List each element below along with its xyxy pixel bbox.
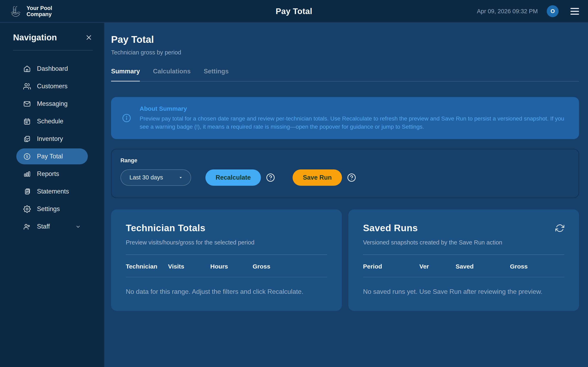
technician-totals-empty-state: No data for this range. Adjust the filte… bbox=[126, 288, 327, 295]
column-header: Period bbox=[363, 263, 419, 270]
sidebar-item-statements[interactable]: Statements bbox=[16, 184, 88, 200]
app-root: Your Pool Company Pay Total Apr 09, 2026… bbox=[0, 0, 588, 367]
page-title: Pay Total bbox=[111, 34, 579, 45]
avatar[interactable]: O bbox=[547, 5, 559, 17]
close-icon[interactable] bbox=[85, 34, 93, 42]
divider bbox=[363, 277, 564, 277]
sidebar-item-inventory[interactable]: Inventory bbox=[16, 131, 88, 147]
tab-summary[interactable]: Summary bbox=[111, 68, 140, 82]
body-layout: Navigation Dashboard bbox=[0, 23, 588, 367]
technician-totals-header-row: Technician Visits Hours Gross bbox=[126, 263, 327, 270]
sidebar-item-label: Statements bbox=[37, 188, 69, 195]
divider bbox=[126, 277, 327, 277]
home-icon bbox=[23, 65, 31, 73]
main-content: Pay Total Technician gross by period Sum… bbox=[104, 23, 588, 367]
column-header: Gross bbox=[510, 263, 564, 270]
refresh-icon[interactable] bbox=[555, 224, 564, 233]
sidebar-item-messaging[interactable]: Messaging bbox=[16, 96, 88, 112]
about-summary-banner: About Summary Preview pay total for a ch… bbox=[111, 97, 579, 139]
column-header: Saved bbox=[456, 263, 510, 270]
clipboard-list-icon bbox=[23, 188, 31, 195]
saved-runs-title: Saved Runs bbox=[363, 222, 418, 234]
range-label: Range bbox=[121, 157, 570, 164]
sidebar-item-schedule[interactable]: Schedule bbox=[16, 113, 88, 129]
tab-calculations[interactable]: Calculations bbox=[153, 68, 190, 82]
header-title: Pay Total bbox=[276, 7, 312, 16]
page-subtitle: Technician gross by period bbox=[111, 49, 579, 56]
sidebar-item-label: Pay Total bbox=[37, 153, 63, 160]
sidebar-item-staff[interactable]: Staff bbox=[16, 218, 88, 234]
tab-bar: Summary Calculations Settings bbox=[111, 68, 579, 82]
sidebar-item-pay-total[interactable]: Pay Total bbox=[16, 149, 88, 164]
chevron-down-icon bbox=[75, 224, 81, 229]
column-header: Gross bbox=[252, 263, 327, 270]
range-select[interactable]: Last 30 days bbox=[121, 169, 191, 186]
range-controls-panel: Range Last 30 days Recalculate bbox=[111, 149, 579, 198]
recalculate-help-icon[interactable] bbox=[266, 173, 276, 183]
save-run-help-icon[interactable] bbox=[347, 173, 356, 183]
save-run-button[interactable]: Save Run bbox=[293, 169, 342, 186]
brand-line2: Company bbox=[26, 11, 52, 17]
column-header: Hours bbox=[210, 263, 252, 270]
sidebar-item-label: Customers bbox=[37, 83, 68, 90]
saved-runs-header-row: Period Ver Saved Gross bbox=[363, 263, 564, 270]
sidebar-item-reports[interactable]: Reports bbox=[16, 166, 88, 182]
header-right: Apr 09, 2026 09:32 PM O bbox=[477, 5, 579, 17]
sidebar-nav: Dashboard Customers bbox=[16, 61, 88, 234]
sidebar-item-label: Messaging bbox=[37, 100, 68, 108]
brand-name: Your Pool Company bbox=[26, 5, 52, 17]
cards-row: Technician Totals Preview visits/hours/g… bbox=[111, 209, 579, 311]
bar-chart-icon bbox=[23, 170, 31, 178]
sidebar-item-label: Settings bbox=[37, 205, 60, 213]
divider bbox=[126, 254, 327, 255]
sidebar-item-dashboard[interactable]: Dashboard bbox=[16, 61, 88, 77]
technician-totals-title: Technician Totals bbox=[126, 222, 205, 234]
saved-runs-subtitle: Versioned snapshots created by the Save … bbox=[363, 239, 564, 246]
divider bbox=[363, 254, 564, 255]
staff-icon bbox=[23, 223, 31, 230]
sidebar-item-label: Schedule bbox=[37, 118, 63, 125]
recalculate-button[interactable]: Recalculate bbox=[205, 169, 261, 186]
technician-totals-subtitle: Preview visits/hours/gross for the selec… bbox=[126, 239, 327, 246]
about-summary-text: About Summary Preview pay total for a ch… bbox=[140, 105, 568, 131]
gear-icon bbox=[23, 205, 31, 213]
top-header: Your Pool Company Pay Total Apr 09, 2026… bbox=[0, 0, 588, 23]
brand-line1: Your Pool bbox=[26, 5, 52, 11]
pool-logo-icon bbox=[9, 4, 23, 18]
sidebar-divider bbox=[13, 50, 93, 50]
caret-down-icon bbox=[178, 175, 183, 180]
sidebar-item-customers[interactable]: Customers bbox=[16, 78, 88, 94]
saved-runs-empty-state: No saved runs yet. Use Save Run after re… bbox=[363, 288, 564, 295]
calendar-icon bbox=[23, 118, 31, 125]
column-header: Visits bbox=[168, 263, 210, 270]
column-header: Technician bbox=[126, 263, 168, 270]
info-icon bbox=[122, 113, 131, 123]
sidebar-header: Navigation bbox=[13, 33, 93, 42]
users-icon bbox=[23, 83, 31, 90]
about-summary-title: About Summary bbox=[140, 105, 568, 112]
brand: Your Pool Company bbox=[9, 4, 52, 18]
tab-settings[interactable]: Settings bbox=[204, 68, 229, 82]
sidebar-item-label: Inventory bbox=[37, 135, 63, 142]
about-summary-body: Preview pay total for a chosen date rang… bbox=[140, 115, 568, 131]
datetime: Apr 09, 2026 09:32 PM bbox=[477, 8, 538, 15]
dollar-circle-icon bbox=[23, 153, 31, 160]
sidebar: Navigation Dashboard bbox=[0, 23, 104, 367]
sidebar-item-label: Staff bbox=[37, 223, 50, 230]
sidebar-item-label: Reports bbox=[37, 170, 59, 178]
sidebar-title: Navigation bbox=[13, 33, 57, 42]
clipboard-check-icon bbox=[23, 135, 31, 143]
controls-row: Last 30 days Recalculate Save Run bbox=[121, 169, 570, 186]
sidebar-item-settings[interactable]: Settings bbox=[16, 201, 88, 217]
column-header: Ver bbox=[419, 263, 456, 270]
sidebar-item-label: Dashboard bbox=[37, 65, 68, 72]
menu-icon[interactable] bbox=[571, 8, 579, 15]
mail-icon bbox=[23, 100, 31, 108]
saved-runs-card: Saved Runs Versioned snapshots created b… bbox=[348, 209, 579, 311]
range-select-value: Last 30 days bbox=[130, 174, 163, 181]
technician-totals-card: Technician Totals Preview visits/hours/g… bbox=[111, 209, 342, 311]
